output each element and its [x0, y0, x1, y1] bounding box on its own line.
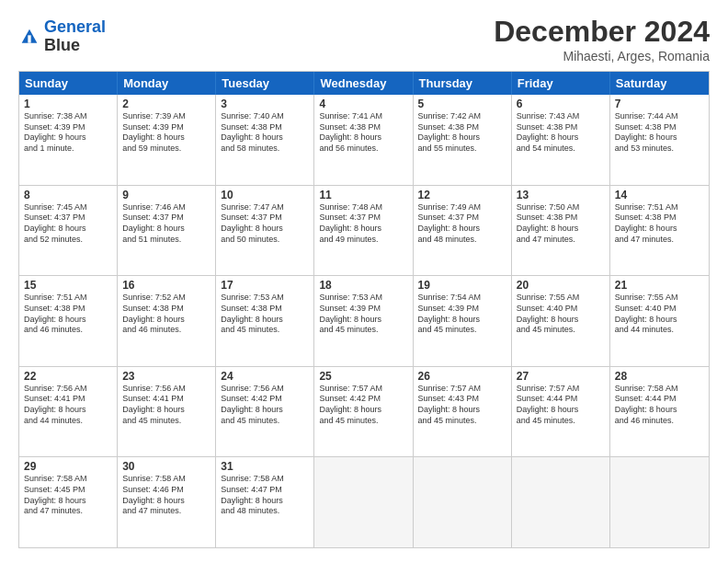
cell-line: Sunrise: 7:58 AM	[24, 474, 112, 485]
cell-line: Daylight: 8 hours	[122, 315, 210, 326]
cell-line: and 46 minutes.	[122, 325, 210, 336]
cell-line: Sunrise: 7:55 AM	[517, 293, 605, 304]
day-number: 27	[517, 370, 605, 383]
cell-line: and 51 minutes.	[122, 235, 210, 246]
calendar-header: SundayMondayTuesdayWednesdayThursdayFrid…	[19, 72, 709, 95]
cell-line: Sunrise: 7:57 AM	[418, 384, 506, 395]
day-cell-28: 28Sunrise: 7:58 AMSunset: 4:44 PMDayligh…	[610, 367, 709, 457]
col-header-saturday: Saturday	[610, 72, 709, 95]
cell-line: Daylight: 8 hours	[221, 132, 309, 144]
col-header-tuesday: Tuesday	[216, 72, 314, 95]
day-number: 12	[418, 189, 506, 201]
day-number: 25	[319, 370, 407, 383]
day-number: 4	[319, 98, 407, 110]
cell-line: Daylight: 8 hours	[24, 224, 112, 235]
logo-text-blue: Blue	[44, 37, 106, 55]
title-block: December 2024 Mihaesti, Arges, Romania	[494, 15, 710, 63]
cell-line: Daylight: 9 hours	[24, 132, 112, 144]
cell-line: Sunrise: 7:53 AM	[319, 293, 407, 304]
cell-line: Sunset: 4:37 PM	[221, 213, 309, 224]
cell-line: and 48 minutes.	[418, 235, 506, 246]
cell-line: and 45 minutes.	[122, 416, 210, 427]
cell-line: and 58 minutes.	[221, 144, 309, 155]
empty-cell-r4c4	[414, 457, 512, 547]
day-cell-10: 10Sunrise: 7:47 AMSunset: 4:37 PMDayligh…	[216, 186, 314, 276]
day-cell-21: 21Sunrise: 7:55 AMSunset: 4:40 PMDayligh…	[610, 276, 709, 366]
day-cell-3: 3Sunrise: 7:40 AMSunset: 4:38 PMDaylight…	[216, 95, 314, 185]
day-number: 1	[24, 98, 112, 110]
cell-line: and 47 minutes.	[24, 506, 112, 517]
cell-line: Sunrise: 7:42 AM	[418, 111, 506, 122]
cell-line: Sunset: 4:39 PM	[24, 122, 112, 133]
cell-line: Daylight: 8 hours	[418, 224, 506, 235]
cell-line: and 50 minutes.	[221, 235, 309, 246]
col-header-sunday: Sunday	[19, 72, 118, 95]
cell-line: and 45 minutes.	[319, 325, 407, 336]
cell-line: Daylight: 8 hours	[221, 224, 309, 235]
day-number: 18	[319, 279, 407, 292]
cell-line: Daylight: 8 hours	[24, 405, 112, 416]
cell-line: and 54 minutes.	[517, 144, 605, 155]
cell-line: Daylight: 8 hours	[122, 132, 210, 144]
cell-line: Sunset: 4:37 PM	[418, 213, 506, 224]
cell-line: Daylight: 8 hours	[319, 132, 407, 144]
cell-line: and 45 minutes.	[517, 325, 605, 336]
cell-line: Sunset: 4:42 PM	[319, 394, 407, 405]
day-number: 3	[221, 98, 309, 110]
cell-line: Sunset: 4:40 PM	[615, 304, 704, 315]
cell-line: Sunset: 4:38 PM	[122, 304, 210, 315]
col-header-monday: Monday	[118, 72, 216, 95]
cell-line: Sunrise: 7:48 AM	[319, 202, 407, 213]
day-number: 31	[221, 460, 309, 473]
day-number: 30	[122, 460, 210, 473]
day-cell-22: 22Sunrise: 7:56 AMSunset: 4:41 PMDayligh…	[19, 367, 118, 457]
cell-line: Sunrise: 7:56 AM	[221, 384, 309, 395]
day-cell-6: 6Sunrise: 7:43 AMSunset: 4:38 PMDaylight…	[512, 95, 610, 185]
location: Mihaesti, Arges, Romania	[494, 49, 710, 63]
cell-line: and 52 minutes.	[24, 235, 112, 246]
day-number: 11	[319, 189, 407, 201]
day-cell-14: 14Sunrise: 7:51 AMSunset: 4:38 PMDayligh…	[610, 186, 709, 276]
logo: General Blue	[18, 18, 106, 55]
day-cell-26: 26Sunrise: 7:57 AMSunset: 4:43 PMDayligh…	[414, 367, 512, 457]
page: General Blue December 2024 Mihaesti, Arg…	[0, 0, 728, 563]
day-cell-29: 29Sunrise: 7:58 AMSunset: 4:45 PMDayligh…	[19, 457, 118, 547]
cell-line: Daylight: 8 hours	[517, 315, 605, 326]
cell-line: Sunset: 4:41 PM	[122, 394, 210, 405]
header: General Blue December 2024 Mihaesti, Arg…	[18, 15, 710, 63]
cell-line: Sunset: 4:40 PM	[517, 304, 605, 315]
day-number: 16	[122, 279, 210, 292]
cell-line: Daylight: 8 hours	[122, 224, 210, 235]
cell-line: and 46 minutes.	[615, 416, 704, 427]
cell-line: and 1 minute.	[24, 144, 112, 155]
cell-line: and 45 minutes.	[418, 325, 506, 336]
cell-line: Daylight: 8 hours	[418, 315, 506, 326]
cell-line: and 49 minutes.	[319, 235, 407, 246]
logo-icon	[20, 28, 39, 46]
cell-line: and 45 minutes.	[517, 416, 605, 427]
cell-line: Sunset: 4:41 PM	[24, 394, 112, 405]
cell-line: Daylight: 8 hours	[122, 405, 210, 416]
cell-line: Sunset: 4:47 PM	[221, 485, 309, 496]
cell-line: Daylight: 8 hours	[418, 132, 506, 144]
day-cell-9: 9Sunrise: 7:46 AMSunset: 4:37 PMDaylight…	[118, 186, 216, 276]
cell-line: Sunrise: 7:55 AM	[615, 293, 704, 304]
cell-line: Sunrise: 7:56 AM	[24, 384, 112, 395]
cell-line: Sunrise: 7:49 AM	[418, 202, 506, 213]
cell-line: Sunrise: 7:53 AM	[221, 293, 309, 304]
cell-line: Daylight: 8 hours	[122, 496, 210, 507]
cell-line: Sunset: 4:37 PM	[122, 213, 210, 224]
day-number: 17	[221, 279, 309, 292]
cell-line: Daylight: 8 hours	[221, 405, 309, 416]
day-number: 15	[24, 279, 112, 292]
day-cell-23: 23Sunrise: 7:56 AMSunset: 4:41 PMDayligh…	[118, 367, 216, 457]
day-number: 29	[24, 460, 112, 473]
cell-line: Sunset: 4:38 PM	[517, 122, 605, 133]
day-cell-4: 4Sunrise: 7:41 AMSunset: 4:38 PMDaylight…	[314, 95, 413, 185]
cell-line: Daylight: 8 hours	[517, 132, 605, 144]
cell-line: Daylight: 8 hours	[517, 405, 605, 416]
cell-line: Sunrise: 7:58 AM	[221, 474, 309, 485]
col-header-thursday: Thursday	[414, 72, 512, 95]
cell-line: Sunset: 4:38 PM	[517, 213, 605, 224]
cell-line: Daylight: 8 hours	[221, 315, 309, 326]
